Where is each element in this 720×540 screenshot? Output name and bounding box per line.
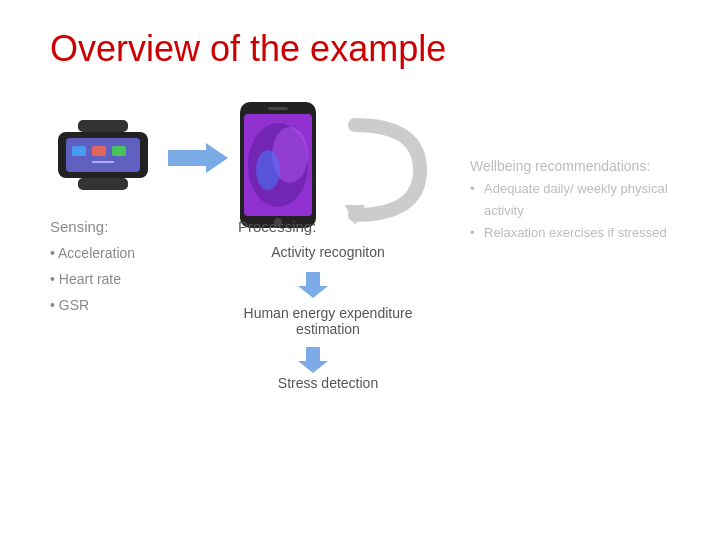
- arrow-right-icon: [168, 138, 228, 178]
- wearable-device-icon: [48, 120, 158, 190]
- sensing-list: Acceleration Heart rate GSR: [50, 240, 135, 318]
- processing-item-activity: Activity recogniton: [238, 244, 418, 260]
- svg-rect-4: [72, 146, 86, 156]
- down-arrow-2-icon: [298, 345, 328, 375]
- processing-item-stress: Stress detection: [238, 375, 418, 391]
- svg-rect-0: [78, 120, 128, 132]
- wellbeing-list: Adequate daily/ weekly physical activity…: [470, 178, 680, 244]
- svg-rect-15: [268, 107, 288, 110]
- sensing-item-gsr: GSR: [50, 292, 135, 318]
- wellbeing-title: Wellbeing recommendations:: [470, 158, 650, 174]
- svg-marker-17: [298, 272, 328, 298]
- svg-rect-5: [92, 146, 106, 156]
- wellbeing-item-activity: Adequate daily/ weekly physical activity: [470, 178, 680, 222]
- svg-point-13: [256, 150, 280, 190]
- sensing-label: Sensing:: [50, 218, 108, 235]
- svg-rect-1: [78, 178, 128, 190]
- svg-marker-18: [298, 347, 328, 373]
- wellbeing-item-relaxation: Relaxation exercises if stressed: [470, 222, 680, 244]
- down-arrow-1-icon: [298, 270, 328, 300]
- curved-arrow-icon: [335, 105, 435, 235]
- page-title: Overview of the example: [50, 28, 446, 70]
- svg-marker-8: [168, 143, 228, 173]
- processing-item-energy: Human energy expenditure estimation: [238, 305, 418, 337]
- processing-label: Processing:: [238, 218, 316, 235]
- phone-device-icon: [238, 100, 318, 230]
- sensing-item-heart-rate: Heart rate: [50, 266, 135, 292]
- sensing-item-acceleration: Acceleration: [50, 240, 135, 266]
- svg-rect-6: [112, 146, 126, 156]
